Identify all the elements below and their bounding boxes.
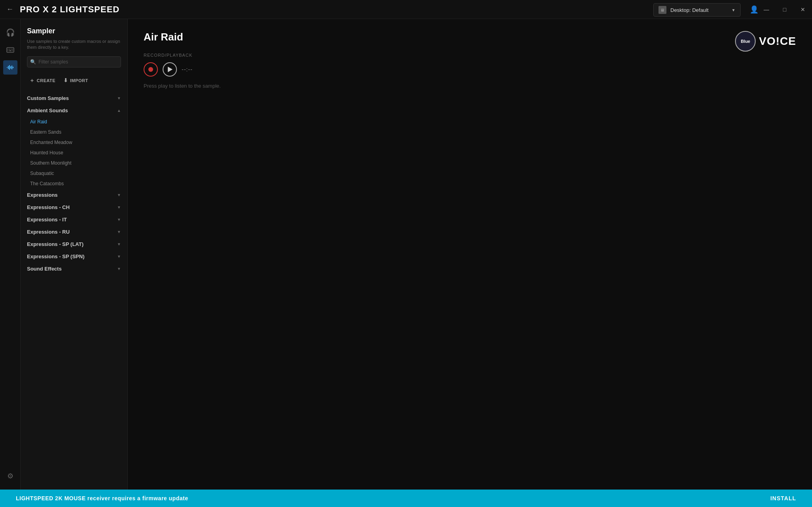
record-button[interactable] [144,62,158,77]
svg-rect-4 [12,49,13,50]
chevron-icon: ▼ [117,242,121,246]
chevron-down-icon: ▼ [731,8,735,12]
record-dot-icon [148,67,153,72]
sample-item-enchanted-meadow[interactable]: Enchanted Meadow [21,137,127,148]
app-title: PRO X 2 LIGHTSPEED [20,4,120,15]
samples-list: Custom Samples▼Ambient Sounds▲Air RaidEa… [21,90,127,490]
category-sound-effects[interactable]: Sound Effects▼ [21,263,127,275]
search-container: 🔍 [27,56,121,67]
chevron-icon: ▼ [117,254,121,259]
svg-rect-6 [9,50,12,51]
close-button[interactable]: ✕ [794,0,812,19]
chevron-icon: ▼ [117,193,121,197]
notification-bar: LIGHTSPEED 2K MOUSE receiver requires a … [0,490,812,507]
blue-voice-logo: Blue VO!CE [735,31,796,52]
category-custom-samples[interactable]: Custom Samples▼ [21,92,127,104]
chevron-icon: ▼ [117,96,121,100]
action-buttons: ＋ CREATE ⬇ IMPORT [21,75,127,90]
svg-rect-5 [8,50,8,51]
sample-item-southern-moonlight[interactable]: Southern Moonlight [21,158,127,168]
window-controls: — □ ✕ [757,0,812,19]
svg-rect-11 [10,66,11,69]
maximize-button[interactable]: □ [776,0,794,19]
chevron-icon: ▲ [117,108,121,113]
sample-item-eastern-sands[interactable]: Eastern Sands [21,127,127,137]
minimize-button[interactable]: — [757,0,776,19]
sample-item-subaquatic[interactable]: Subaquatic [21,168,127,179]
content-title: Air Raid [144,31,796,43]
category-expressions-sp-spn[interactable]: Expressions - SP (SPN)▼ [21,250,127,263]
sample-item-haunted-house[interactable]: Haunted House [21,148,127,158]
play-triangle-icon [168,67,173,72]
profile-name: Desktop: Default [670,7,728,13]
chevron-icon: ▼ [117,205,121,209]
category-ambient-sounds[interactable]: Ambient Sounds▲ [21,104,127,117]
main-layout: 🎧 ⚙ [0,19,812,490]
settings-button[interactable]: ⚙ [3,469,17,483]
install-button[interactable]: INSTALL [770,495,796,501]
controls-row: --:-- [144,62,796,77]
sampler-title: Sampler [27,27,121,35]
nav-sidebar: 🎧 ⚙ [0,19,21,490]
blue-logo-circle: Blue [735,31,756,52]
search-input[interactable] [27,56,121,67]
category-expressions-ru[interactable]: Expressions - RU▼ [21,226,127,238]
category-expressions[interactable]: Expressions▼ [21,189,127,201]
record-playback-label: RECORD/PLAYBACK [144,53,796,58]
sample-item-air-raid[interactable]: Air Raid [21,117,127,127]
category-expressions-it[interactable]: Expressions - IT▼ [21,213,127,226]
sidebar-item-keyboard[interactable] [3,43,17,57]
svg-rect-9 [8,66,9,69]
download-icon: ⬇ [63,77,68,83]
svg-rect-13 [13,67,13,68]
profile-icon: 🖥 [658,6,666,14]
press-play-text: Press play to listen to the sample. [144,83,796,89]
plus-icon: ＋ [29,77,35,84]
profile-selector[interactable]: 🖥 Desktop: Default ▼ [653,3,741,17]
svg-rect-2 [9,49,10,50]
sample-item-the-catacombs[interactable]: The Catacombs [21,179,127,189]
category-expressions-ch[interactable]: Expressions - CH▼ [21,201,127,213]
svg-rect-7 [12,50,13,51]
svg-rect-12 [12,65,12,69]
svg-rect-3 [11,49,12,50]
sidebar-item-headphone[interactable]: 🎧 [3,25,17,40]
nav-settings: ⚙ [3,469,17,483]
svg-rect-1 [8,49,8,50]
chevron-icon: ▼ [117,217,121,222]
notification-text: LIGHTSPEED 2K MOUSE receiver requires a … [16,495,188,501]
import-button[interactable]: ⬇ IMPORT [61,75,90,86]
chevron-icon: ▼ [117,267,121,271]
time-display: --:-- [182,66,193,73]
titlebar: ← PRO X 2 LIGHTSPEED 🖥 Desktop: Default … [0,0,812,19]
sampler-panel: Sampler Use samples to create custom mac… [21,19,128,490]
main-content: Blue VO!CE Air Raid RECORD/PLAYBACK --:-… [128,19,812,490]
svg-rect-10 [9,65,10,70]
search-icon: 🔍 [30,59,36,65]
sampler-header: Sampler Use samples to create custom mac… [21,19,127,75]
category-expressions-sp-lat[interactable]: Expressions - SP (LAT)▼ [21,238,127,250]
chevron-icon: ▼ [117,230,121,234]
play-button[interactable] [163,62,177,77]
back-button[interactable]: ← [6,5,13,13]
create-button[interactable]: ＋ CREATE [27,75,58,86]
sampler-description: Use samples to create custom macros or a… [27,38,121,51]
sidebar-item-sampler[interactable] [3,60,17,75]
svg-rect-8 [7,67,8,68]
svg-rect-0 [7,48,14,52]
voice-text: VO!CE [759,35,796,48]
